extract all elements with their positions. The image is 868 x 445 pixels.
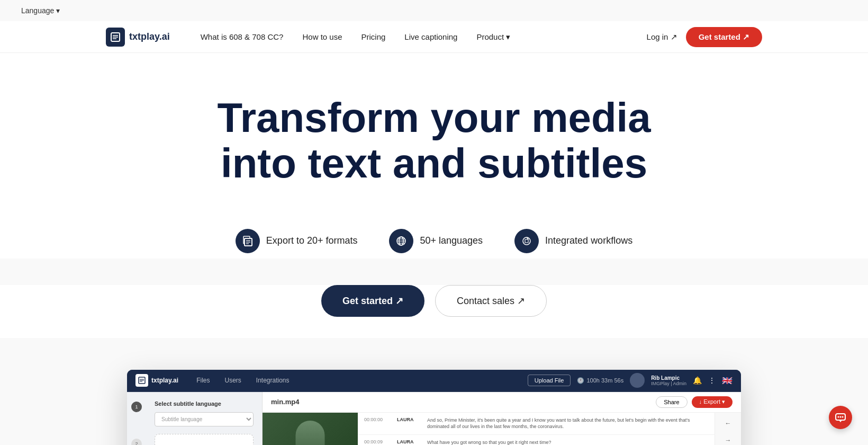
user-info: Rib Lampic IMGPlay | Admin: [651, 375, 686, 386]
svg-point-21: [838, 416, 839, 418]
transcript-panel: 00:00:00 LAURA And so, Prime Minister, i…: [358, 413, 715, 445]
video-thumbnail: ▶ 1:09 / 3:01 🔊 ⛶: [263, 413, 358, 445]
share-button[interactable]: Share: [656, 396, 687, 408]
workflows-icon: [514, 229, 539, 253]
language-bar: Language ▾: [0, 0, 868, 21]
clock-icon: 🕐: [577, 377, 584, 384]
app-logo: txtplay.ai: [135, 374, 178, 387]
toolbar-arrow-right[interactable]: →: [722, 434, 735, 445]
step-2: 2: [131, 439, 142, 445]
languages-label: 50+ languages: [420, 235, 483, 246]
features-row: Export to 20+ formats 50+ languages Inte…: [0, 229, 868, 259]
logo-icon: [106, 28, 125, 47]
sidebar-area: 1 2 Select subtitle language Subtitle la…: [127, 392, 263, 445]
nav-links: What is 608 & 708 CC? How to use Pricing…: [191, 32, 647, 42]
feature-workflows: Integrated workflows: [514, 229, 632, 253]
svg-point-22: [840, 416, 842, 418]
app-editor: ▶ 1:09 / 3:01 🔊 ⛶: [263, 413, 741, 445]
app-tab-integrations[interactable]: Integrations: [249, 370, 297, 392]
app-topbar: txtplay.ai Files Users Integrations Uplo…: [127, 370, 741, 392]
subtitle-language-select[interactable]: Subtitle language: [155, 412, 254, 426]
export-icon: [236, 229, 260, 253]
hero-get-started-button[interactable]: Get started ↗: [321, 285, 424, 317]
app-logo-text: txtplay.ai: [151, 377, 178, 384]
sidebar-title: Select subtitle language: [155, 400, 254, 407]
app-tab-files[interactable]: Files: [189, 370, 217, 392]
nav-pricing-link[interactable]: Pricing: [352, 32, 395, 41]
nav-right: Log in ↗ Get started ↗: [647, 27, 762, 47]
svg-point-15: [523, 237, 530, 245]
svg-point-23: [842, 416, 844, 418]
ts-speaker-0: LAURA: [397, 417, 421, 422]
contact-sales-button[interactable]: Contact sales ↗: [435, 285, 547, 317]
hours-badge: 🕐 100h 33m 56s: [577, 377, 623, 384]
languages-icon: [389, 229, 413, 253]
transcript-row-0: 00:00:00 LAURA And so, Prime Minister, i…: [358, 413, 715, 435]
export-label: Export to 20+ formats: [266, 235, 358, 246]
hero-title: Transform your media into text and subti…: [196, 95, 672, 186]
edit-toolbar: ← → ♪ ⏸ ↺ T↕ ⚙: [715, 413, 741, 445]
video-panel: ▶ 1:09 / 3:01 🔊 ⛶: [263, 413, 358, 445]
flag-icon: 🇬🇧: [722, 376, 733, 386]
app-tab-users[interactable]: Users: [217, 370, 248, 392]
ts-time-1: 00:00:09: [364, 439, 391, 444]
menu-icon[interactable]: ⋮: [708, 376, 716, 385]
nav-how-to-use-link[interactable]: How to use: [293, 32, 351, 41]
app-nav-tabs: Files Users Integrations: [189, 370, 296, 392]
main-nav: txtplay.ai What is 608 & 708 CC? How to …: [0, 21, 868, 53]
nav-live-captioning-link[interactable]: Live captioning: [395, 32, 467, 41]
nav-product-link[interactable]: Product ▾: [467, 32, 520, 42]
chatbot-button[interactable]: [829, 406, 852, 429]
logo-text: txtplay.ai: [129, 31, 170, 42]
app-main: min.mp4 Share ↓ Export ▾ ▶: [263, 392, 741, 445]
language-chevron: ▾: [56, 6, 60, 15]
bell-icon[interactable]: 🔔: [693, 376, 702, 385]
nav-get-started-button[interactable]: Get started ↗: [686, 27, 762, 47]
transcript-row-1: 00:00:09 LAURA What have you got wrong s…: [358, 435, 715, 445]
step-numbers: 1 2: [127, 392, 146, 445]
hero-section: Transform your media into text and subti…: [0, 53, 868, 229]
app-preview: txtplay.ai Files Users Integrations Uplo…: [116, 370, 752, 445]
export-button[interactable]: ↓ Export ▾: [692, 396, 733, 408]
action-buttons: Share ↓ Export ▾: [656, 396, 733, 408]
app-sidebar: Select subtitle language Subtitle langua…: [146, 392, 263, 445]
language-label: Language: [21, 6, 54, 15]
feature-export: Export to 20+ formats: [236, 229, 358, 253]
app-logo-box: [135, 374, 148, 387]
nav-608-link[interactable]: What is 608 & 708 CC?: [191, 32, 293, 41]
cta-buttons: Get started ↗ Contact sales ↗: [0, 285, 868, 338]
toolbar-arrow-left[interactable]: ←: [722, 417, 735, 430]
app-topbar-right: Upload File 🕐 100h 33m 56s Rib Lampic IM…: [528, 373, 733, 388]
workflows-label: Integrated workflows: [545, 235, 632, 246]
upload-area: Upload your file The file should be MPEG…: [155, 434, 254, 445]
ts-text-1[interactable]: What have you got wrong so that you get …: [427, 439, 708, 445]
upload-file-button[interactable]: Upload File: [528, 375, 571, 386]
ts-time-0: 00:00:00: [364, 417, 391, 422]
app-window: txtplay.ai Files Users Integrations Uplo…: [127, 370, 741, 445]
person-silhouette: [296, 421, 325, 445]
logo-link[interactable]: txtplay.ai: [106, 28, 170, 47]
ts-speaker-1: LAURA: [397, 439, 421, 444]
language-selector[interactable]: Language ▾: [21, 6, 60, 15]
app-content: 1 2 Select subtitle language Subtitle la…: [127, 392, 741, 445]
filename-bar: min.mp4 Share ↓ Export ▾: [263, 392, 741, 413]
user-avatar: [630, 373, 645, 388]
login-button[interactable]: Log in ↗: [647, 32, 677, 42]
feature-languages: 50+ languages: [389, 229, 483, 253]
ts-text-0[interactable]: And so, Prime Minister, it's been quite …: [427, 417, 708, 430]
filename: min.mp4: [271, 398, 299, 406]
step-1: 1: [131, 402, 142, 412]
